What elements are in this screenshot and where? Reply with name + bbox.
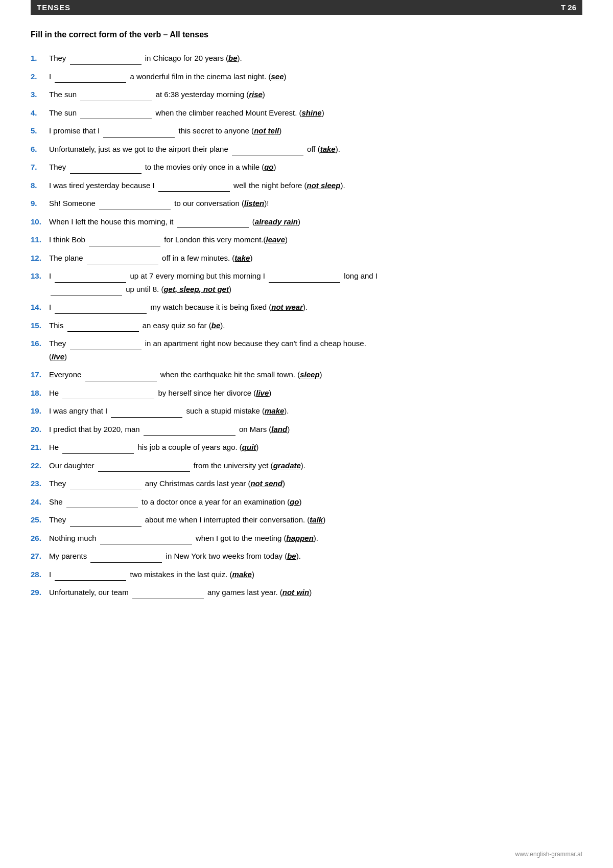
blank-29[interactable] [132,590,204,599]
verb-16: live [52,352,64,361]
question-9: 9. Sh! Someone to our conversation (list… [31,197,582,210]
question-4: 4. The sun when the climber reached Moun… [31,106,582,120]
q-text-2: I a wonderful film in the cinema last ni… [49,70,582,83]
blank-25[interactable] [70,517,142,527]
verb-27: be [287,552,296,560]
question-26: 26. Nothing much when I got to the meeti… [31,532,582,545]
blank-1[interactable] [70,56,142,65]
q-text-3: The sun at 6:38 yesterday morning (rise) [49,88,582,101]
footer: www.english-grammar.at [515,851,582,858]
question-20: 20. I predict that by 2020, man on Mars … [31,423,582,436]
blank-16[interactable] [70,341,142,350]
blank-6[interactable] [232,146,303,155]
q-num-15: 15. [31,319,49,332]
q-num-18: 18. [31,386,49,400]
q-text-20: I predict that by 2020, man on Mars (lan… [49,423,582,436]
q-num-27: 27. [31,550,49,563]
q-num-23: 23. [31,477,49,490]
verb-3: rise [249,90,263,99]
header-page: T 26 [561,3,576,12]
blank-23[interactable] [70,481,142,490]
blank-18[interactable] [62,390,154,399]
q-text-24: She to a doctor once a year for an exami… [49,495,582,509]
question-16: 16. They in an apartment right now becau… [31,337,582,363]
blank-5[interactable] [103,128,175,138]
blank-27[interactable] [90,554,162,563]
blank-20[interactable] [144,426,235,436]
blank-7[interactable] [70,165,142,174]
verb-18: live [256,389,269,397]
q-num-24: 24. [31,495,49,509]
verb-13: get, sleep, not get [163,285,229,293]
verb-21: quit [242,443,256,451]
verb-9: listen [244,199,264,208]
q-num-6: 6. [31,143,49,156]
q-text-19: I was angry that I such a stupid mistake… [49,404,582,418]
blank-17[interactable] [85,372,157,381]
blank-26[interactable] [100,535,192,544]
header-title: TENSES [37,3,70,12]
blank-3[interactable] [80,92,152,101]
q-num-25: 25. [31,513,49,527]
q-num-22: 22. [31,459,49,472]
blank-4[interactable] [80,110,152,119]
question-29: 29. Unfortunately, our team any games la… [31,586,582,599]
verb-24: go [290,497,299,506]
q-num-26: 26. [31,532,49,545]
blank-13b[interactable] [269,273,340,283]
question-1: 1. They in Chicago for 20 years (be). [31,52,582,65]
q-text-7: They to the movies only once in a while … [49,161,582,174]
blank-13c[interactable] [51,286,122,295]
question-13: 13. I up at 7 every morning but this mor… [31,269,582,295]
blank-21[interactable] [62,445,134,454]
section-title: Fill in the correct form of the verb – A… [31,30,582,39]
verb-8: not sleep [307,181,341,190]
verb-14: not wear [271,303,303,311]
blank-24[interactable] [66,499,138,508]
blank-11[interactable] [89,237,160,246]
question-3: 3. The sun at 6:38 yesterday morning (ri… [31,88,582,101]
q-text-15: This an easy quiz so far (be). [49,319,582,332]
q-num-9: 9. [31,197,49,210]
question-11: 11. I think Bob for London this very mom… [31,233,582,246]
blank-14[interactable] [55,305,147,314]
verb-2: see [271,72,284,81]
q-text-8: I was tired yesterday because I well the… [49,179,582,192]
question-7: 7. They to the movies only once in a whi… [31,161,582,174]
verb-11: leave [266,235,285,244]
blank-8[interactable] [158,182,230,192]
blank-2[interactable] [55,74,126,83]
verb-29: not win [282,588,310,597]
page: TENSES T 26 Fill in the correct form of … [0,0,613,868]
q-num-20: 20. [31,423,49,436]
question-27: 27. My parents in New York two weeks fro… [31,550,582,563]
q-text-9: Sh! Someone to our conversation (listen)… [49,197,582,210]
verb-15: be [211,321,221,330]
question-2: 2. I a wonderful film in the cinema last… [31,70,582,83]
blank-9[interactable] [99,201,171,210]
question-17: 17. Everyone when the earthquake hit the… [31,368,582,381]
q-text-22: Our daughter from the university yet (gr… [49,459,582,472]
verb-4: shine [302,108,322,117]
q-text-29: Unfortunately, our team any games last y… [49,586,582,599]
question-24: 24. She to a doctor once a year for an e… [31,495,582,509]
q-text-1: They in Chicago for 20 years (be). [49,52,582,65]
blank-22[interactable] [98,463,190,472]
q-text-28: I two mistakes in the last quiz. (make) [49,568,582,581]
blank-13a[interactable] [55,273,126,283]
verb-12: take [234,254,250,262]
question-25: 25. They about me when I interrupted the… [31,513,582,527]
blank-19[interactable] [111,408,182,418]
q-num-21: 21. [31,441,49,454]
question-23: 23. They any Christmas cards last year (… [31,477,582,490]
blank-28[interactable] [55,572,126,581]
q-num-14: 14. [31,301,49,314]
question-14: 14. I my watch because it is being fixed… [31,301,582,314]
q-num-7: 7. [31,161,49,174]
blank-10[interactable] [177,219,249,228]
blank-15[interactable] [67,323,139,332]
blank-12[interactable] [87,255,158,264]
q-num-28: 28. [31,568,49,581]
questions-list: 1. They in Chicago for 20 years (be). 2.… [31,52,582,599]
q-text-13: I up at 7 every morning but this morning… [49,269,582,295]
